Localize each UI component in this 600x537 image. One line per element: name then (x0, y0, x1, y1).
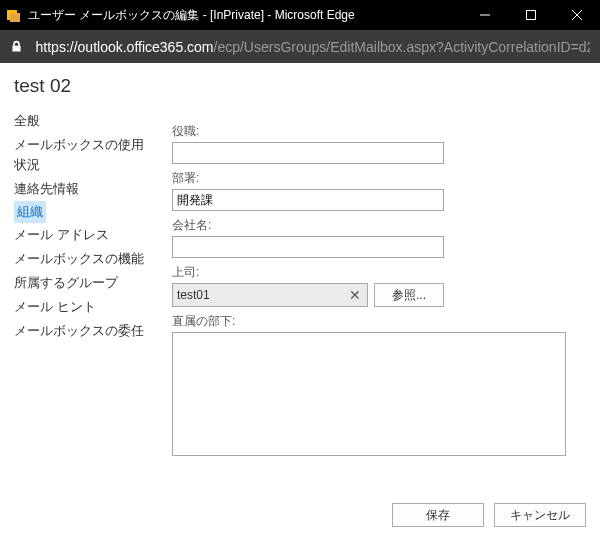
directreports-textarea[interactable] (172, 332, 566, 456)
sidebar-item-mailbox-usage[interactable]: メールボックスの使用状況 (14, 133, 154, 177)
sidebar-item-general[interactable]: 全般 (14, 109, 154, 133)
window-controls (462, 0, 600, 30)
company-input[interactable] (172, 236, 444, 258)
save-button[interactable]: 保存 (392, 503, 484, 527)
manager-value: test01 (177, 288, 347, 302)
manager-label: 上司: (172, 264, 586, 281)
svg-rect-3 (527, 11, 536, 20)
clear-icon[interactable]: ✕ (347, 287, 363, 303)
url-text: https://outlook.office365.com/ecp/UsersG… (36, 39, 590, 55)
sidebar-item-member-of[interactable]: 所属するグループ (14, 271, 154, 295)
company-label: 会社名: (172, 217, 586, 234)
sidebar-item-contact-info[interactable]: 連絡先情報 (14, 177, 154, 201)
directreports-label: 直属の部下: (172, 313, 586, 330)
sidebar-item-organization[interactable]: 組織 (14, 201, 46, 223)
browse-button[interactable]: 参照... (374, 283, 444, 307)
sidebar-item-mailtip[interactable]: メール ヒント (14, 295, 154, 319)
title-input[interactable] (172, 142, 444, 164)
maximize-button[interactable] (508, 0, 554, 30)
manager-field[interactable]: test01 ✕ (172, 283, 368, 307)
titlebar: ユーザー メールボックスの編集 - [InPrivate] - Microsof… (0, 0, 600, 30)
window-title: ユーザー メールボックスの編集 - [InPrivate] - Microsof… (28, 7, 355, 24)
app-icon (6, 7, 22, 23)
page-title: test 02 (14, 75, 586, 97)
sidebar-item-mailbox-features[interactable]: メールボックスの機能 (14, 247, 154, 271)
department-input[interactable] (172, 189, 444, 211)
form-area: 役職: 部署: 会社名: 上司: test01 ✕ 参照... (172, 109, 586, 465)
minimize-button[interactable] (462, 0, 508, 30)
content-area: test 02 全般 メールボックスの使用状況 連絡先情報 組織 メール アドレ… (0, 63, 600, 537)
department-label: 部署: (172, 170, 586, 187)
footer: 保存 キャンセル (392, 503, 586, 527)
svg-rect-1 (10, 13, 20, 22)
address-bar[interactable]: https://outlook.office365.com/ecp/UsersG… (0, 30, 600, 63)
close-button[interactable] (554, 0, 600, 30)
sidebar: 全般 メールボックスの使用状況 連絡先情報 組織 メール アドレス メールボック… (14, 109, 154, 465)
cancel-button[interactable]: キャンセル (494, 503, 586, 527)
sidebar-item-delegation[interactable]: メールボックスの委任 (14, 319, 154, 343)
url-path: /ecp/UsersGroups/EditMailbox.aspx?Activi… (214, 39, 590, 55)
sidebar-item-email-address[interactable]: メール アドレス (14, 223, 154, 247)
url-host: https://outlook.office365.com (36, 39, 214, 55)
title-label: 役職: (172, 123, 586, 140)
lock-icon (10, 40, 26, 53)
